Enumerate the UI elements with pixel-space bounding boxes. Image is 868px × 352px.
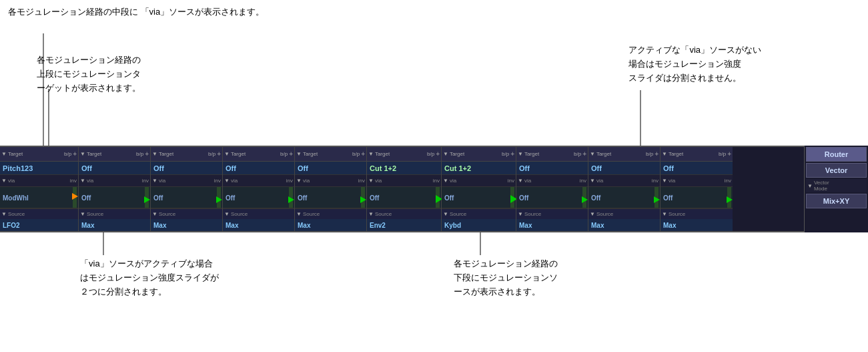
slot-0-source-label: Source <box>8 211 25 217</box>
annotation-bottom-right: 各モジュレーション経路の 下段にモジュレーションソ ースが表示されます。 <box>454 257 558 299</box>
vector-mode-row: ▼ VectorMode <box>806 179 867 192</box>
slot-2-slider[interactable]: Off <box>151 187 222 208</box>
annotation-mid-left-line3: ーゲットが表示されます。 <box>37 81 141 96</box>
right-panel: Router Vector ▼ VectorMode Mix+XY <box>804 146 868 232</box>
annotation-mid-left-line1: 各モジュレーション経路の <box>37 53 141 67</box>
slot-6-target-value[interactable]: Cut 1+2 <box>442 162 516 175</box>
slot-3-source-value[interactable]: Max <box>223 219 294 231</box>
annotation-bottom-left: 「via」ソースがアクティブな場合 はモジュレーション強度スライダが ２つに分割… <box>80 257 219 299</box>
slot-6-source-value[interactable]: Kybd <box>442 219 516 231</box>
mod-slot-2: ▼ Target b/p + Off ▼ via inv Off ▼ Sourc… <box>151 147 223 231</box>
slot-0-source-arrow[interactable]: ▼ <box>1 211 7 217</box>
slot-0-source-row: ▼ Source <box>0 208 78 219</box>
slot-8-source-value[interactable]: Max <box>588 219 660 231</box>
annotation-bottom-right-line3: ースが表示されます。 <box>454 285 558 299</box>
annotation-mid-left-line2: 上段にモジュレーションタ <box>37 67 141 81</box>
slot-5-target-value[interactable]: Cut 1+2 <box>367 162 441 175</box>
slot-0-source-text: LFO2 <box>3 222 20 229</box>
slot-9-source-value[interactable]: Max <box>661 219 733 231</box>
module-strip: ▼ Target b/p + Pitch123 ▼ via inv ModWhl… <box>0 146 804 232</box>
slot-0-target-value[interactable]: Pitch123 <box>0 162 78 175</box>
slot-7-slider[interactable]: Off <box>516 187 588 208</box>
mod-slot-1: ▼ Target b/p + Off ▼ via inv Off ▼ Sourc… <box>79 147 151 231</box>
annotation-bottom-right-line2: 下段にモジュレーションソ <box>454 271 558 285</box>
slot-8-target-value[interactable]: Off <box>588 162 660 175</box>
slot-0-target-text: Pitch123 <box>3 164 33 172</box>
mod-slot-8: ▼ Target b/p + Off ▼ via inv Off ▼ Sourc… <box>588 147 661 231</box>
slot-1-target-row: ▼ Target b/p + <box>79 147 150 162</box>
slot-0-via-row: ▼ via inv <box>0 175 78 187</box>
slot-0-dropdown-arrow[interactable]: ▼ <box>1 151 7 157</box>
slot-4-slider[interactable]: Off <box>295 187 366 208</box>
slot-0-off-value: ModWhl <box>3 194 29 201</box>
slot-8-slider[interactable]: Off <box>588 187 660 208</box>
slot-1-slider[interactable]: Off <box>79 187 150 208</box>
slot-5-slider[interactable]: Off <box>367 187 441 208</box>
slot-4-target-value[interactable]: Off <box>295 162 366 175</box>
slot-0-target-label: Target <box>8 151 23 157</box>
annotation-mid-left: 各モジュレーション経路の 上段にモジュレーションタ ーゲットが表示されます。 <box>37 53 141 95</box>
annotation-bottom-right-line1: 各モジュレーション経路の <box>454 257 558 271</box>
mod-slot-5: ▼ Target b/p + Cut 1+2 ▼ via inv Off ▼ S… <box>367 147 442 231</box>
slot-7-source-value[interactable]: Max <box>516 219 588 231</box>
annotation-bottom-left-line3: ２つに分割されます。 <box>80 285 219 299</box>
mod-slot-3: ▼ Target b/p + Off ▼ via inv Off ▼ Sourc… <box>223 147 295 231</box>
vector-button[interactable]: Vector <box>806 163 867 178</box>
slot-2-target-value[interactable]: Off <box>151 162 222 175</box>
slot-0-source-value[interactable]: LFO2 <box>0 219 78 231</box>
vector-mode-arrow[interactable]: ▼ <box>807 183 813 189</box>
mod-slot-9: ▼ Target b/p + Off ▼ via inv Off ▼ Sourc… <box>661 147 733 231</box>
slot-7-target-value[interactable]: Off <box>516 162 588 175</box>
annotation-top-right: アクティブな「via」ソースがない 場合はモジュレーション強度 スライダは分割さ… <box>628 43 761 85</box>
slot-1-source-row: ▼ Source <box>79 208 150 219</box>
slot-1-via-row: ▼ via inv <box>79 175 150 187</box>
mod-slot-7: ▼ Target b/p + Off ▼ via inv Off ▼ Sourc… <box>516 147 588 231</box>
slot-9-slider[interactable]: Off <box>661 187 733 208</box>
slot-0-orange-handle <box>72 193 78 200</box>
slot-3-slider[interactable]: Off <box>223 187 294 208</box>
mod-slot-0: ▼ Target b/p + Pitch123 ▼ via inv ModWhl… <box>0 147 79 231</box>
annotation-bottom-left-line1: 「via」ソースがアクティブな場合 <box>80 257 219 271</box>
slot-0-slider-area[interactable]: ModWhl <box>0 187 78 208</box>
slot-0-bp-label: b/p <box>64 151 71 157</box>
annotation-top-left-text: 各モジュレーション経路の中段に 「via」ソースが表示されます。 <box>8 7 264 17</box>
mod-slot-4: ▼ Target b/p + Off ▼ via inv Off ▼ Sourc… <box>295 147 367 231</box>
annotation-top-right-line1: アクティブな「via」ソースがない <box>628 43 761 57</box>
slot-1-target-value[interactable]: Off <box>79 162 150 175</box>
mix-xy-button[interactable]: Mix+XY <box>806 194 867 208</box>
slot-4-source-value[interactable]: Max <box>295 219 366 231</box>
slot-2-source-value[interactable]: Max <box>151 219 222 231</box>
slot-0-target-row: ▼ Target b/p + <box>0 147 78 162</box>
slot-3-target-value[interactable]: Off <box>223 162 294 175</box>
slot-0-via-label: via <box>8 178 15 184</box>
annotation-top-right-line3: スライダは分割されません。 <box>628 71 761 85</box>
slot-9-target-value[interactable]: Off <box>661 162 733 175</box>
slot-5-source-value[interactable]: Env2 <box>367 219 441 231</box>
mod-slot-6: ▼ Target b/p + Cut 1+2 ▼ via inv Off ▼ S… <box>442 147 516 231</box>
annotation-top-right-line2: 場合はモジュレーション強度 <box>628 57 761 71</box>
slot-0-via-arrow[interactable]: ▼ <box>1 178 7 184</box>
router-button[interactable]: Router <box>806 147 867 162</box>
annotation-bottom-left-line2: はモジュレーション強度スライダが <box>80 271 219 285</box>
slot-0-inv-label: inv <box>70 178 77 184</box>
slot-6-slider[interactable]: Off <box>442 187 516 208</box>
annotation-top-left: 各モジュレーション経路の中段に 「via」ソースが表示されます。 <box>8 5 264 19</box>
vector-mode-label: VectorMode <box>814 180 829 192</box>
slot-1-source-value[interactable]: Max <box>79 219 150 231</box>
slot-0-plus-btn[interactable]: + <box>73 150 77 158</box>
